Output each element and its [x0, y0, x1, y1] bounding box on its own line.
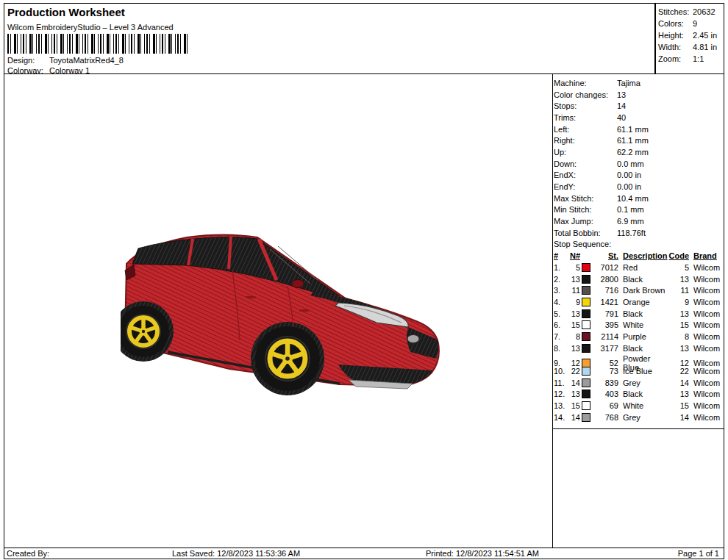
machine-info-value: 10.4 mm — [617, 194, 649, 203]
stitch-count: 69 — [592, 401, 618, 410]
stitch-count: 839 — [592, 378, 618, 387]
printed-text: Printed: 12/8/2023 11:54:51 AM — [426, 549, 539, 558]
needle-number: 11 — [568, 286, 580, 295]
machine-info-row: Color changes:13 — [554, 89, 724, 101]
needle-number: 13 — [568, 390, 580, 398]
design-stats-panel: Stitches:20632Colors:9Height:2.45 inWidt… — [655, 3, 724, 74]
machine-info-value: Tajima — [617, 79, 640, 87]
stitch-count: 716 — [592, 286, 618, 295]
needle-number: 14 — [568, 378, 580, 387]
machine-info-value: 40 — [617, 113, 626, 122]
machine-info-row: Stops:14 — [554, 100, 724, 112]
stitch-count: 1421 — [592, 298, 618, 306]
thread-code: 14 — [667, 413, 689, 422]
thread-color-cell — [580, 320, 592, 329]
front-hub-center — [285, 356, 290, 361]
thread-code: 13 — [667, 275, 689, 284]
stat-value: 4.81 in — [693, 41, 717, 53]
machine-info-row: Min Stitch:0.1 mm — [554, 204, 724, 216]
machine-info-value: 6.9 mm — [617, 217, 644, 226]
col-stitches: St. — [592, 251, 618, 260]
thread-code: 15 — [667, 401, 689, 410]
stat-label: Stitches: — [658, 6, 693, 18]
thread-code: 5 — [667, 263, 689, 272]
machine-info-label: Left: — [554, 125, 617, 134]
stat-row: Colors:9 — [658, 18, 721, 29]
thread-color-swatch — [582, 298, 590, 306]
stitch-count: 2114 — [592, 332, 618, 341]
thread-color-cell — [580, 275, 592, 284]
thread-brand: Wilcom — [689, 332, 722, 341]
stitch-count: 3177 — [592, 344, 618, 353]
row-number: 10. — [554, 367, 568, 376]
thread-color-swatch — [582, 413, 590, 422]
machine-info-row: Machine:Tajima — [554, 77, 724, 89]
stop-sequence-row: 8.133177Black13Wilcom — [554, 342, 724, 354]
header: Production Worksheet Wilcom EmbroiderySt… — [4, 3, 655, 74]
thread-brand: Wilcom — [689, 367, 722, 376]
footer: Created By: Last Saved: 12/8/2023 11:53:… — [4, 548, 724, 559]
row-number: 2. — [554, 275, 568, 284]
stat-row: Zoom:1:1 — [658, 53, 721, 65]
thread-color-cell — [580, 309, 592, 318]
stat-value: 9 — [693, 18, 697, 29]
thread-brand: Wilcom — [689, 378, 722, 387]
stitch-count: 2800 — [592, 275, 618, 284]
thread-color-swatch — [582, 320, 590, 329]
design-barcode — [7, 34, 190, 54]
stitch-count: 403 — [592, 390, 618, 398]
machine-info-row: Up:62.2 mm — [554, 146, 724, 158]
thread-brand: Wilcom — [689, 298, 722, 306]
row-number: 11. — [554, 378, 568, 387]
thread-color-swatch — [582, 309, 590, 318]
machine-info-value: 118.76ft — [617, 229, 646, 237]
stop-sequence-row: 5.13791Black13Wilcom — [554, 308, 724, 320]
toyota-emblem — [407, 335, 419, 343]
design-name: ToyotaMatrixRed4_8 — [49, 56, 124, 65]
thread-brand: Wilcom — [689, 344, 722, 353]
thread-code: 15 — [667, 320, 689, 329]
thread-color-swatch — [582, 359, 590, 367]
thread-color-cell — [580, 413, 592, 422]
design-row: Design: ToyotaMatrixRed4_8 — [7, 56, 124, 65]
stop-sequence-row: 14.14768Grey14Wilcom — [554, 412, 724, 423]
thread-color-swatch — [582, 275, 590, 284]
panel-divider — [552, 74, 553, 548]
machine-info-label: Down: — [554, 159, 617, 168]
row-number: 7. — [554, 332, 568, 341]
needle-number: 13 — [568, 275, 580, 284]
thread-description: Red — [618, 263, 667, 272]
col-code: Code — [667, 251, 689, 260]
thread-description: Black — [618, 275, 667, 284]
col-brand: Brand — [689, 251, 722, 260]
stat-label: Width: — [658, 41, 693, 53]
thread-color-swatch — [582, 344, 590, 353]
app-subtitle: Wilcom EmbroideryStudio – Level 3 Advanc… — [7, 23, 174, 32]
rear-hub-center — [142, 330, 145, 333]
machine-info-value: 13 — [617, 90, 626, 99]
door-handle-rear — [246, 296, 256, 298]
machine-info-row: Left:61.1 mm — [554, 123, 724, 135]
stop-sequence-row: 9.1252Powder Blue12Wilcom — [554, 354, 724, 366]
thread-description: White — [618, 401, 667, 410]
machine-info-row: Total Bobbin:118.76ft — [554, 227, 724, 239]
needle-number: 13 — [568, 344, 580, 353]
machine-info-label: Up: — [554, 148, 617, 157]
thread-brand: Wilcom — [689, 359, 722, 367]
thread-brand: Wilcom — [689, 401, 722, 410]
machine-panel: Machine:TajimaColor changes:13Stops:14Tr… — [554, 77, 724, 423]
thread-code: 13 — [667, 390, 689, 398]
stat-value: 2.45 in — [693, 29, 717, 41]
thread-color-cell — [580, 390, 592, 398]
stitch-count: 791 — [592, 309, 618, 318]
side-mirror — [292, 280, 304, 288]
machine-info-label: Color changes: — [554, 90, 617, 99]
thread-brand: Wilcom — [689, 263, 722, 272]
thread-description: Black — [618, 344, 667, 353]
row-number: 5. — [554, 309, 568, 318]
col-number: # — [554, 251, 568, 260]
thread-code: 13 — [667, 344, 689, 353]
machine-info-value: 14 — [617, 101, 626, 110]
machine-info-value: 0.00 in — [617, 170, 641, 179]
stop-sequence-row: 12.13403Black13Wilcom — [554, 389, 724, 401]
